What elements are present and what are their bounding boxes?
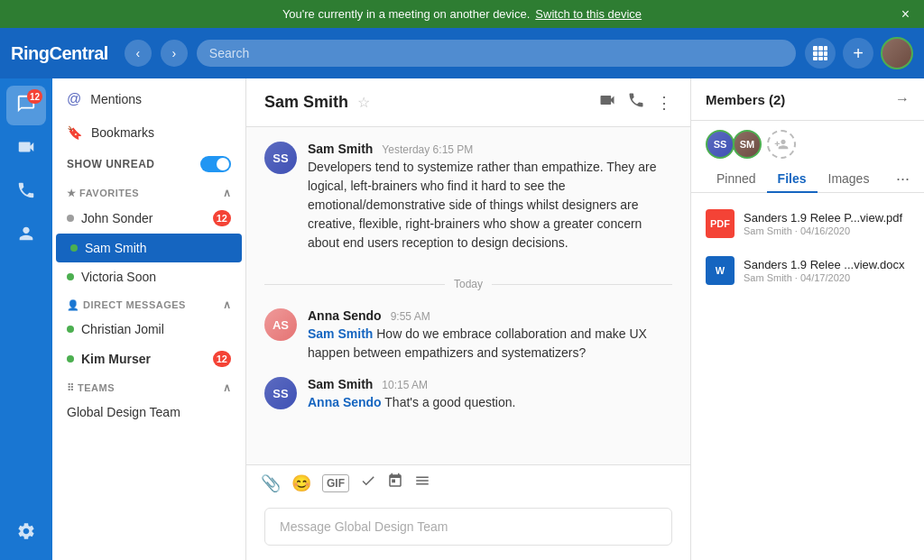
more-options-button[interactable]: ⋮	[656, 91, 672, 114]
contact-badge: 12	[213, 351, 231, 367]
sidebar-icon-chat[interactable]: 12	[6, 86, 46, 125]
tab-files[interactable]: Files	[767, 166, 818, 193]
sidebar-icon-phone[interactable]	[6, 172, 46, 212]
member-avatar-2[interactable]: SM	[733, 130, 762, 159]
message-text: Anna Sendo That's a good question.	[308, 393, 672, 412]
message-sender: Anna Sendo	[308, 308, 382, 323]
file-meta: Sam Smith · 04/17/2020	[744, 272, 910, 283]
status-indicator	[70, 244, 78, 252]
message-sender: Sam Smith	[308, 377, 373, 391]
sidebar-icon-settings[interactable]	[6, 513, 46, 553]
favorites-chevron[interactable]: ∧	[223, 187, 232, 199]
file-info: Sanders 1.9 Relee ...view.docx Sam Smith…	[744, 258, 910, 283]
member-avatar-1[interactable]: SS	[706, 130, 735, 159]
right-panel: Members (2) → SS SM Pinned Files Images …	[691, 78, 924, 560]
settings-icon	[16, 521, 36, 546]
phone-icon	[16, 180, 36, 205]
message-sender: Sam Smith	[308, 142, 373, 156]
svg-rect-6	[813, 57, 818, 60]
message-content: Sam Smith Yesterday 6:15 PM Developers t…	[308, 142, 672, 252]
chat-header: Sam Smith ☆ ⋮	[246, 78, 690, 127]
main-content: 12	[0, 78, 924, 560]
file-name: Sanders 1.9 Relee P...view.pdf	[744, 211, 910, 225]
message-time: 10:15 AM	[382, 379, 428, 391]
contact-john-sonder[interactable]: John Sonder 12	[52, 203, 245, 234]
favorites-label: ★ FAVORITES	[67, 188, 139, 199]
icon-sidebar: 12	[0, 78, 52, 560]
chat-toolbar: 📎 😊 GIF	[246, 464, 690, 500]
forward-button[interactable]: ›	[161, 40, 188, 67]
message-text: Developers tend to systemize rather than…	[308, 158, 672, 252]
favorites-section-header: ★ FAVORITES ∧	[52, 179, 245, 203]
attach-button[interactable]: 📎	[261, 473, 281, 493]
date-divider: Today	[264, 278, 672, 290]
sidebar-icon-contacts[interactable]	[6, 216, 46, 255]
grid-menu-button[interactable]	[805, 38, 836, 69]
svg-rect-3	[813, 51, 818, 56]
file-meta: Sam Smith · 04/16/2020	[744, 225, 910, 236]
contact-christian-jomil[interactable]: Christian Jomil	[52, 315, 245, 344]
right-panel-tabs: Pinned Files Images ···	[691, 159, 924, 193]
phone-call-button[interactable]	[627, 91, 645, 114]
team-name: Global Design Team	[67, 405, 180, 419]
calendar-button[interactable]	[387, 473, 403, 493]
pdf-icon: PDF	[706, 209, 735, 238]
expand-panel-button[interactable]: →	[895, 91, 910, 107]
members-avatars: SS SM	[691, 130, 924, 159]
show-unread-toggle[interactable]	[200, 156, 231, 172]
teams-chevron[interactable]: ∧	[223, 381, 232, 394]
video-call-button[interactable]	[598, 91, 616, 114]
checkmark-button[interactable]	[360, 473, 376, 493]
message-header: Anna Sendo 9:55 AM	[308, 308, 672, 323]
direct-messages-chevron[interactable]: ∧	[223, 298, 232, 311]
message-avatar: AS	[264, 308, 297, 341]
notif-link[interactable]: Switch to this device	[535, 7, 642, 21]
bookmarks-icon: 🔖	[67, 125, 82, 140]
contact-name: Kim Murser	[81, 352, 151, 366]
emoji-button[interactable]: 😊	[291, 473, 311, 493]
format-button[interactable]	[414, 473, 430, 493]
contact-badge: 12	[213, 210, 231, 226]
teams-section-header: ⠿ TEAMS ∧	[52, 374, 245, 398]
members-title: Members (2)	[706, 92, 785, 107]
message-content: Anna Sendo 9:55 AM Sam Smith How do we e…	[308, 308, 672, 363]
file-item[interactable]: W Sanders 1.9 Relee ...view.docx Sam Smi…	[691, 247, 924, 294]
tab-pinned[interactable]: Pinned	[706, 166, 767, 193]
add-button[interactable]: +	[843, 38, 873, 69]
add-member-button[interactable]	[767, 130, 796, 159]
chat-title: Sam Smith	[264, 93, 348, 112]
bookmarks-nav-item[interactable]: 🔖 Bookmarks	[52, 116, 245, 149]
user-avatar[interactable]	[881, 37, 913, 69]
mentions-nav-item[interactable]: @ Mentions	[52, 82, 245, 116]
status-indicator	[67, 355, 74, 363]
chat-input[interactable]	[264, 508, 672, 546]
right-panel-header: Members (2) →	[691, 78, 924, 121]
svg-rect-4	[818, 51, 823, 56]
status-indicator	[67, 215, 74, 222]
back-button[interactable]: ‹	[125, 40, 152, 67]
message-mention: Sam Smith	[308, 326, 373, 341]
message-header: Sam Smith 10:15 AM	[308, 377, 672, 391]
sidebar-icon-video[interactable]	[6, 129, 46, 169]
status-indicator	[67, 273, 74, 280]
message-avatar: SS	[264, 377, 297, 409]
contact-victoria-soon[interactable]: Victoria Soon	[52, 262, 245, 291]
chat-header-actions: ⋮	[598, 91, 672, 114]
panel-more-button[interactable]: ···	[896, 170, 910, 188]
svg-rect-8	[824, 57, 827, 60]
contact-name: Christian Jomil	[81, 322, 164, 336]
contact-name: John Sonder	[81, 211, 152, 225]
contact-sam-smith[interactable]: Sam Smith	[56, 234, 242, 262]
tab-images[interactable]: Images	[818, 166, 881, 193]
contact-kim-murser[interactable]: Kim Murser 12	[52, 344, 245, 374]
file-item[interactable]: PDF Sanders 1.9 Relee P...view.pdf Sam S…	[691, 200, 924, 247]
search-input[interactable]	[197, 40, 796, 67]
gif-button[interactable]: GIF	[322, 474, 349, 492]
notif-close-button[interactable]: ×	[901, 6, 910, 23]
message-item: SS Sam Smith Yesterday 6:15 PM Developer…	[264, 142, 672, 252]
team-global-design[interactable]: Global Design Team	[52, 398, 245, 427]
mentions-label: Mentions	[90, 92, 142, 106]
message-mention: Anna Sendo	[308, 395, 382, 409]
contact-name: Sam Smith	[85, 241, 146, 255]
chat-star-icon[interactable]: ☆	[357, 94, 370, 111]
